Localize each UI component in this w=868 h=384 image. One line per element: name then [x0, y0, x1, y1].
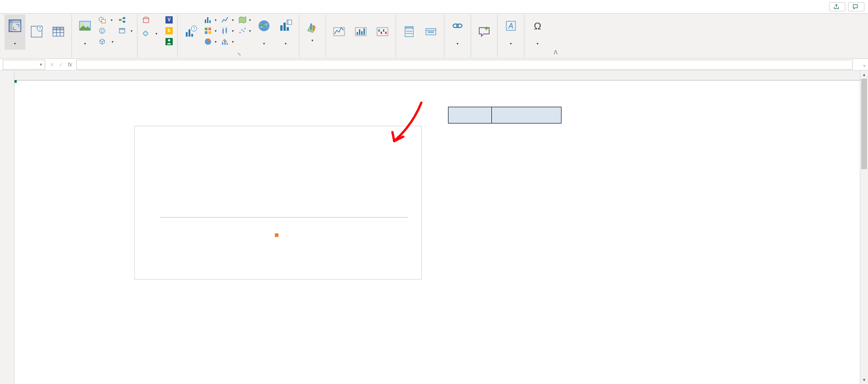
svg-point-49	[241, 29, 243, 31]
svg-point-27	[168, 39, 170, 42]
recommended-pivot-button[interactable]: ?	[26, 14, 47, 50]
grid[interactable]	[14, 71, 860, 384]
svg-rect-39	[208, 31, 211, 34]
link-button[interactable]: ▾	[447, 14, 468, 50]
svg-rect-70	[381, 32, 382, 34]
pivotchart-icon	[279, 18, 292, 33]
spark-col-button[interactable]	[350, 14, 371, 50]
svg-rect-26	[143, 19, 149, 23]
link-icon	[451, 18, 464, 33]
comments-button[interactable]	[848, 2, 864, 11]
screenshot-button[interactable]: ▾	[116, 25, 134, 36]
svg-rect-64	[357, 32, 358, 35]
3dmap-button[interactable]: ▾	[302, 14, 323, 50]
svg-rect-74	[405, 27, 413, 29]
scatter-chart-button[interactable]: ▾	[236, 25, 253, 36]
formula-input[interactable]	[76, 60, 853, 70]
svg-rect-25	[119, 28, 125, 30]
name-box[interactable]: ▼	[3, 60, 45, 70]
shapes-button[interactable]: ▾	[96, 14, 115, 25]
ribbon-collapse-button[interactable]: ᐱ	[551, 14, 561, 57]
fx-icon[interactable]: fx	[68, 62, 72, 68]
svg-text:Ω: Ω	[534, 20, 541, 32]
table-button[interactable]	[48, 14, 69, 50]
group-sparklines	[326, 14, 396, 57]
visio-icon: V	[165, 16, 173, 24]
scatter-chart-icon	[238, 27, 247, 35]
combo-chart-button[interactable]: ▾	[219, 36, 236, 47]
chevron-down-icon: ▼	[39, 62, 43, 67]
share-icon	[833, 4, 840, 10]
bing-icon: b	[165, 27, 173, 34]
svg-text:A: A	[508, 22, 514, 30]
pivottable-button[interactable]: ▾	[5, 14, 25, 50]
symbols-button[interactable]: Ω▾	[527, 14, 548, 50]
hierarchy-chart-icon	[204, 27, 213, 35]
legend-swatch-icon	[275, 233, 278, 237]
statistic-chart-button[interactable]: ▾	[219, 25, 236, 36]
people-addin-button[interactable]	[164, 36, 175, 47]
table-icon	[52, 24, 65, 39]
comment-icon	[852, 4, 859, 10]
group-addins: ▾ V b	[137, 14, 178, 57]
pictures-button[interactable]: ▾	[75, 14, 95, 50]
svg-rect-61	[313, 25, 315, 31]
group-charts: ? ▾ ▾ ▾ ▾ ▾ ▾ ▾ ▾ ▾ ▾	[178, 14, 299, 57]
my-addins-button[interactable]: ▾	[140, 28, 159, 39]
svg-rect-47	[226, 43, 228, 45]
slicer-button[interactable]	[399, 14, 420, 50]
cancel-icon[interactable]: ✕	[50, 62, 54, 68]
spark-line-button[interactable]	[329, 14, 349, 50]
timeline-icon	[424, 24, 438, 39]
vertical-scrollbar[interactable]: ▲ ▼	[860, 71, 868, 384]
svg-rect-29	[189, 29, 190, 37]
3dmodels-button[interactable]: ▾	[96, 36, 115, 47]
hierarchy-chart-button[interactable]: ▾	[202, 25, 218, 36]
pie-chart-button[interactable]: ▾	[202, 36, 218, 47]
group-text: A▾	[498, 14, 524, 57]
map-chart-button[interactable]: ▾	[236, 14, 253, 25]
svg-rect-45	[222, 42, 223, 45]
shapes-icon	[98, 16, 106, 24]
text-button[interactable]: A▾	[500, 14, 521, 50]
share-button[interactable]	[829, 2, 845, 11]
chart-object[interactable]	[134, 126, 422, 280]
svg-point-52	[259, 20, 269, 31]
scroll-up-button[interactable]: ▲	[860, 71, 868, 79]
spark-wl-button[interactable]	[372, 14, 393, 50]
group-comments	[471, 14, 498, 57]
svg-rect-69	[378, 29, 380, 32]
newcomment-button[interactable]	[474, 14, 495, 50]
enter-icon[interactable]: ✓	[59, 62, 63, 68]
maps-icon	[257, 18, 271, 33]
smartart-button[interactable]	[116, 14, 134, 25]
get-addins-button[interactable]	[140, 14, 159, 25]
spark-line-icon	[332, 24, 346, 39]
icons-button[interactable]	[96, 25, 115, 36]
line-chart-button[interactable]: ▾	[219, 14, 236, 25]
svg-rect-59	[287, 20, 289, 24]
svg-rect-30	[191, 34, 193, 37]
timeline-button[interactable]	[420, 14, 441, 50]
recommended-charts-button[interactable]: ?	[180, 14, 201, 50]
scroll-thumb[interactable]	[861, 79, 867, 169]
scroll-down-button[interactable]: ▼	[860, 376, 868, 384]
people-icon	[165, 38, 173, 45]
formulabar-expand-button[interactable]: ⌄	[861, 62, 868, 68]
column-chart-button[interactable]: ▾	[202, 14, 218, 25]
bing-addin-button[interactable]: b	[164, 25, 175, 36]
charts-launcher-icon[interactable]: ⤡	[237, 52, 241, 57]
visio-addin-button[interactable]: V	[164, 14, 175, 25]
group-tables: ▾ ?	[2, 14, 72, 57]
group-filters	[396, 14, 444, 57]
data-table[interactable]	[448, 107, 561, 123]
recommended-pivot-icon: ?	[30, 24, 43, 39]
group-spark-label	[329, 50, 393, 57]
group-tables-label	[5, 50, 69, 57]
pivottable-icon	[8, 18, 22, 33]
svg-rect-60	[310, 24, 312, 30]
maps-button[interactable]: ▾	[254, 14, 274, 50]
pie-chart-icon	[204, 38, 213, 46]
pivotchart-button[interactable]: ▾	[275, 14, 296, 50]
group-symbols-label	[527, 50, 548, 57]
